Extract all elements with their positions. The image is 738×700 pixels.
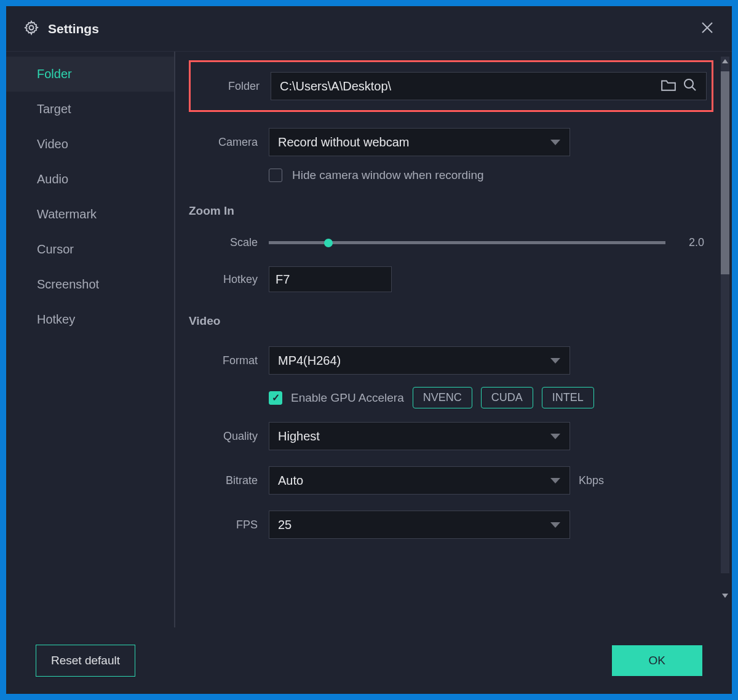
titlebar: Settings — [6, 6, 732, 52]
scrollbar[interactable] — [721, 57, 729, 573]
sidebar-item-audio[interactable]: Audio — [6, 162, 174, 197]
gpu-accel-checkbox[interactable] — [269, 391, 282, 405]
format-label: Format — [189, 354, 269, 367]
zoom-section-title: Zoom In — [189, 204, 713, 218]
camera-select[interactable]: Record without webcam — [269, 128, 570, 156]
hotkey-label: Hotkey — [189, 273, 269, 286]
bitrate-label: Bitrate — [189, 474, 269, 487]
folder-input-wrap — [271, 72, 707, 100]
settings-window: Settings Folder Target Video Audio Water… — [6, 6, 732, 694]
sidebar-item-folder[interactable]: Folder — [6, 57, 174, 92]
search-icon[interactable] — [683, 78, 697, 95]
quality-label: Quality — [189, 430, 269, 443]
gpu-accel-label: Enable GPU Accelera — [291, 391, 404, 405]
camera-label: Camera — [189, 136, 269, 149]
chevron-down-icon — [550, 474, 561, 488]
gpu-option-intel[interactable]: INTEL — [542, 387, 594, 408]
sidebar-item-cursor[interactable]: Cursor — [6, 232, 174, 267]
scrollbar-thumb[interactable] — [721, 71, 729, 274]
chevron-down-icon — [550, 354, 561, 368]
gear-icon — [23, 20, 39, 38]
scroll-down-icon[interactable] — [722, 594, 728, 598]
chevron-down-icon — [550, 135, 561, 149]
scale-slider[interactable] — [269, 241, 665, 244]
scale-slider-thumb[interactable] — [324, 239, 333, 247]
hide-camera-label: Hide camera window when recording — [292, 169, 484, 182]
fps-select[interactable]: 25 — [269, 511, 570, 539]
svg-point-0 — [30, 25, 34, 30]
folder-path-input[interactable] — [280, 79, 654, 93]
sidebar-item-watermark[interactable]: Watermark — [6, 197, 174, 232]
folder-label: Folder — [196, 80, 271, 93]
close-icon[interactable] — [700, 20, 715, 38]
svg-point-1 — [684, 79, 693, 88]
page-title: Settings — [48, 22, 99, 36]
content-panel: Folder Camera Record without webcam — [175, 52, 732, 627]
fps-label: FPS — [189, 519, 269, 531]
scroll-up-icon[interactable] — [722, 59, 728, 63]
hotkey-input[interactable] — [269, 266, 392, 292]
scale-label: Scale — [189, 236, 269, 249]
ok-button[interactable]: OK — [612, 645, 702, 676]
gpu-option-cuda[interactable]: CUDA — [481, 387, 533, 408]
scale-value: 2.0 — [689, 236, 713, 249]
folder-row-highlight: Folder — [189, 60, 713, 112]
footer: Reset default OK — [6, 627, 732, 694]
sidebar-item-video[interactable]: Video — [6, 127, 174, 162]
quality-select[interactable]: Highest — [269, 422, 570, 450]
chevron-down-icon — [550, 518, 561, 532]
folder-icon[interactable] — [661, 78, 676, 94]
sidebar-item-hotkey[interactable]: Hotkey — [6, 302, 174, 337]
chevron-down-icon — [550, 429, 561, 443]
format-select[interactable]: MP4(H264) — [269, 346, 570, 375]
hide-camera-checkbox[interactable] — [269, 169, 282, 182]
sidebar-item-screenshot[interactable]: Screenshot — [6, 267, 174, 302]
gpu-option-nvenc[interactable]: NVENC — [413, 387, 472, 408]
sidebar-item-target[interactable]: Target — [6, 92, 174, 127]
bitrate-unit: Kbps — [579, 474, 604, 487]
bitrate-select[interactable]: Auto — [269, 466, 570, 495]
reset-default-button[interactable]: Reset default — [36, 645, 135, 677]
sidebar: Folder Target Video Audio Watermark Curs… — [6, 52, 175, 627]
video-section-title: Video — [189, 314, 713, 328]
